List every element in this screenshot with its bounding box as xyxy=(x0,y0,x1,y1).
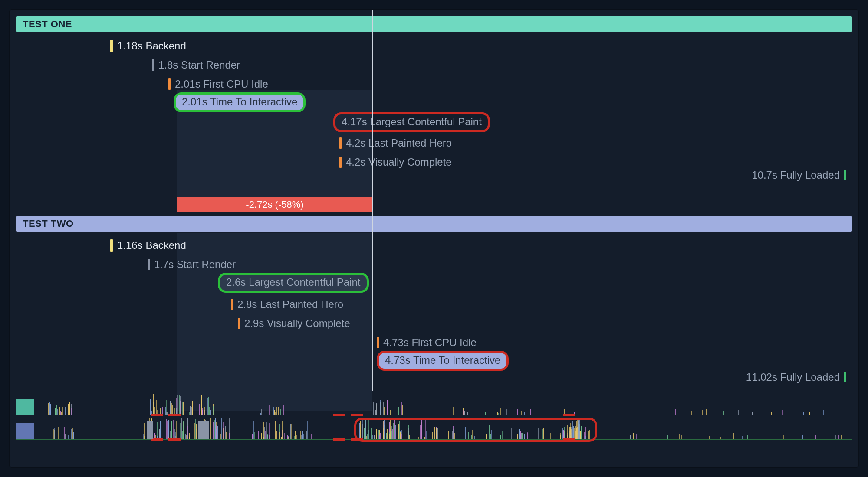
activity-bar xyxy=(367,419,367,439)
comparison-panel: TEST ONE 1.18s Backend 1.8s Start Render… xyxy=(9,9,859,468)
activity-bar xyxy=(783,435,784,439)
metric-label: 4.73s First CPU Idle xyxy=(383,337,477,349)
activity-bar xyxy=(168,420,169,439)
activity-bar xyxy=(166,431,166,439)
activity-bar xyxy=(404,435,404,439)
red-marker xyxy=(151,414,163,416)
activity-bar xyxy=(732,409,732,415)
tick-icon xyxy=(110,40,113,52)
activity-bar xyxy=(771,412,772,415)
activity-bar xyxy=(461,429,461,439)
strip-baseline xyxy=(16,415,852,415)
activity-bar xyxy=(841,435,842,439)
activity-bar xyxy=(209,403,209,415)
activity-bar xyxy=(65,434,66,439)
activity-bar xyxy=(414,418,414,439)
activity-bar xyxy=(279,432,280,439)
activity-bar xyxy=(675,409,676,415)
test-two-timeline[interactable]: 1.16s Backend 1.7s Start Render 2.6s Lar… xyxy=(16,233,852,420)
activity-bar xyxy=(432,432,433,439)
test-two-header: TEST TWO xyxy=(16,216,852,232)
tick-icon xyxy=(339,157,342,168)
activity-bar xyxy=(71,408,72,415)
activity-bar xyxy=(581,426,582,439)
activity-bar xyxy=(175,424,175,439)
activity-bar xyxy=(176,421,177,439)
activity-strip-one[interactable] xyxy=(16,394,852,418)
activity-bar xyxy=(500,435,501,439)
activity-bar xyxy=(585,436,586,439)
activity-bar xyxy=(252,434,253,439)
activity-bar xyxy=(416,428,416,439)
activity-bar xyxy=(408,428,409,439)
test-one-timeline[interactable]: 1.18s Backend 1.8s Start Render 2.01s Fi… xyxy=(16,34,852,216)
activity-bar xyxy=(394,405,394,415)
activity-bar xyxy=(425,419,426,439)
activity-bar xyxy=(709,436,710,439)
activity-bar xyxy=(220,434,221,439)
activity-bar xyxy=(491,430,492,439)
metric-label: 11.02s Fully Loaded xyxy=(746,371,840,383)
activity-bar xyxy=(225,426,226,439)
activity-bar xyxy=(453,429,454,439)
activity-bar xyxy=(276,431,277,439)
metric-label: 4.2s Visually Complete xyxy=(346,156,452,168)
metric-label: 2.01s First CPU Idle xyxy=(175,78,268,90)
activity-bar xyxy=(172,405,173,415)
activity-bar xyxy=(450,437,450,439)
activity-bar xyxy=(260,437,260,439)
activity-bar xyxy=(429,428,429,439)
metric-tti: 4.73s Time To Interactive xyxy=(377,352,509,369)
tick-icon xyxy=(844,372,846,382)
activity-bar xyxy=(278,407,279,415)
activity-bar xyxy=(365,420,366,439)
activity-strip-two[interactable] xyxy=(16,418,852,442)
activity-bar xyxy=(737,434,737,439)
activity-bar xyxy=(575,426,576,439)
activity-bar xyxy=(293,401,293,415)
activity-bar xyxy=(401,402,402,415)
activity-bar xyxy=(401,434,402,439)
activity-bar xyxy=(424,422,424,439)
activity-bar xyxy=(539,427,539,439)
activity-bar xyxy=(62,407,63,415)
metric-first-cpu-idle: 4.73s First CPU Idle xyxy=(377,334,477,351)
activity-bar xyxy=(393,423,394,439)
activity-bar xyxy=(437,421,437,439)
activity-bar xyxy=(589,430,590,439)
activity-bar xyxy=(168,430,168,439)
activity-bar xyxy=(380,400,381,415)
activity-bar xyxy=(513,430,513,439)
activity-bar xyxy=(747,435,748,439)
activity-bar xyxy=(174,424,174,439)
tick-icon xyxy=(148,259,150,270)
activity-bar xyxy=(197,407,197,415)
activity-bar xyxy=(182,428,182,439)
activity-bar xyxy=(738,410,739,415)
activity-bar xyxy=(430,421,430,439)
activity-bar xyxy=(192,401,193,415)
activity-bar xyxy=(734,435,734,439)
activity-bar xyxy=(57,409,58,415)
metric-lcp: 2.6s Largest Contentful Paint xyxy=(218,274,369,291)
strip-start-block xyxy=(16,399,34,415)
activity-bar xyxy=(377,409,377,415)
activity-bar xyxy=(508,433,508,439)
activity-bar xyxy=(742,436,743,439)
activity-bar xyxy=(284,407,284,415)
activity-bar xyxy=(260,413,261,415)
activity-bar xyxy=(472,430,473,439)
activity-bar xyxy=(465,427,466,439)
activity-bar xyxy=(185,434,186,439)
activity-bar xyxy=(402,405,403,415)
red-marker xyxy=(563,438,575,441)
activity-bar xyxy=(760,436,760,439)
activity-bar xyxy=(448,431,449,439)
activity-bar xyxy=(463,410,464,415)
activity-bar xyxy=(493,410,493,415)
activity-bar xyxy=(167,412,168,415)
metric-label: 2.8s Last Painted Hero xyxy=(237,298,343,310)
activity-bar xyxy=(256,430,256,439)
activity-bar xyxy=(398,435,398,439)
activity-bar xyxy=(263,437,264,439)
